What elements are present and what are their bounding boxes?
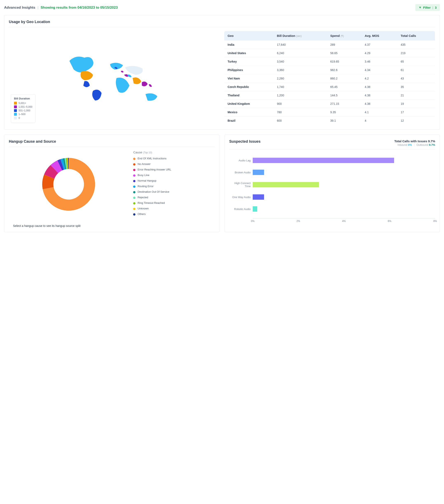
cell-spend: 982.6 — [327, 66, 361, 74]
hangup-legend-item[interactable]: Ring Timeout Reached — [133, 201, 215, 204]
cell-spend: 271.15 — [327, 100, 361, 108]
title-main: Advanced Insights — [4, 6, 35, 9]
cell-mos: 4.38 — [361, 91, 397, 100]
legend-label: 0 — [19, 117, 20, 119]
title-daterange: Showing results from 04/16/2023 to 05/15… — [41, 6, 118, 9]
legend-swatch — [14, 102, 17, 105]
cell-geo: India — [224, 40, 274, 49]
cell-mos: 4.1 — [361, 108, 397, 117]
bar-label: Audio Lag — [230, 159, 253, 162]
geo-col-calls[interactable]: Total Calls — [397, 31, 435, 40]
cell-bill: 3,540 — [273, 57, 327, 66]
legend-label: 501–1,000 — [19, 109, 30, 112]
geo-col-spend[interactable]: Spend (₹) — [327, 31, 361, 40]
issues-barchart[interactable]: Audio LagBroken AudioHigh Connect TimeOn… — [229, 158, 435, 222]
title-separator: | — [38, 6, 38, 9]
cell-mos: 4.38 — [361, 100, 397, 108]
cell-mos: 4.29 — [361, 49, 397, 57]
hangup-donut-chart[interactable] — [41, 157, 97, 212]
hangup-legend-item[interactable]: Normal Hangup — [133, 179, 215, 182]
legend-swatch — [133, 202, 135, 204]
table-row[interactable]: Mexico7809.354.117 — [224, 108, 435, 117]
geo-col-geo[interactable]: Geo — [224, 31, 274, 40]
world-map[interactable]: Bill Duration 5,001+1,001–5,000501–1,000… — [9, 31, 220, 125]
bar-fill — [253, 182, 319, 187]
table-row[interactable]: Czech Republic1,74065.454.3835 — [224, 83, 435, 91]
issues-card-title: Suspected Issues — [229, 139, 261, 145]
bar-track — [253, 182, 435, 187]
legend-label: 1–500 — [19, 113, 25, 116]
table-row[interactable]: Turkey3,540619.653.4665 — [224, 57, 435, 66]
cell-spend: 619.65 — [327, 57, 361, 66]
legend-label: 5,001+ — [19, 102, 26, 105]
legend-label: 1,001–5,000 — [19, 106, 32, 108]
geo-col-bill[interactable]: Bill Duration (sec) — [273, 31, 327, 40]
hangup-legend-item[interactable]: Rejected — [133, 196, 215, 199]
cell-calls: 17 — [397, 108, 435, 117]
map-legend-item[interactable]: 1–500 — [14, 113, 32, 116]
filter-count: 3 — [435, 6, 437, 9]
cell-spend: 289 — [327, 40, 361, 49]
hangup-legend-item[interactable]: Others — [133, 213, 215, 216]
table-row[interactable]: United States6,24058.654.29219 — [224, 49, 435, 57]
cell-geo: Philippines — [224, 66, 274, 74]
issues-card: Suspected Issues Total Calls with Issues… — [225, 135, 440, 232]
hangup-card-title: Hangup Cause and Source — [9, 139, 215, 147]
cell-bill: 17,640 — [273, 40, 327, 49]
cell-geo: United States — [224, 49, 274, 57]
bar-row[interactable]: One Way Audio — [230, 194, 435, 200]
bar-row[interactable]: Audio Lag — [230, 158, 435, 163]
hangup-legend-item[interactable]: Busy Line — [133, 174, 215, 177]
bar-label: High Connect Time — [230, 181, 253, 188]
table-row[interactable]: Viet Nam2,280860.24.243 — [224, 74, 435, 83]
cell-spend: 39.1 — [327, 117, 361, 125]
bar-row[interactable]: Broken Audio — [230, 170, 435, 175]
legend-swatch — [133, 185, 135, 188]
cell-bill: 900 — [273, 100, 327, 108]
map-legend-item[interactable]: 5,001+ — [14, 102, 32, 105]
hangup-legend-item[interactable]: No Answer — [133, 162, 215, 165]
map-legend-item[interactable]: 0 — [14, 117, 32, 119]
map-legend-title: Bill Duration — [14, 97, 32, 100]
hangup-legend-item[interactable]: Routing Error — [133, 185, 215, 188]
bar-track — [253, 194, 435, 200]
legend-label: Destination Out Of Service — [137, 190, 169, 193]
legend-label: Ring Timeout Reached — [137, 201, 165, 204]
filter-icon — [419, 6, 422, 9]
legend-label: Busy Line — [137, 174, 149, 177]
hangup-legend-item[interactable]: Error Reaching Answer URL — [133, 168, 215, 171]
map-legend-item[interactable]: 501–1,000 — [14, 109, 32, 112]
issues-breakdown: Inbound 0% | Outbound 9.7% — [394, 143, 435, 146]
cell-bill: 1,200 — [273, 91, 327, 100]
filter-button[interactable]: Filter | 3 — [415, 4, 440, 11]
hangup-legend: Cause (Top 10) End Of XML InstructionsNo… — [133, 150, 215, 218]
cell-spend: 58.65 — [327, 49, 361, 57]
cell-geo: Turkey — [224, 57, 274, 66]
bar-row[interactable]: High Connect Time — [230, 181, 435, 188]
table-row[interactable]: Brazil60039.1412 — [224, 117, 435, 125]
legend-label: Unknown — [137, 207, 149, 210]
legend-swatch — [133, 169, 135, 171]
hangup-legend-item[interactable]: End Of XML Instructions — [133, 157, 215, 160]
legend-swatch — [133, 191, 135, 193]
table-row[interactable]: India17,6402894.37435 — [224, 40, 435, 49]
table-row[interactable]: Philippines3,360982.64.3461 — [224, 66, 435, 74]
cell-calls: 219 — [397, 49, 435, 57]
geo-table: Geo Bill Duration (sec) Spend (₹) Avg. M… — [224, 31, 435, 125]
x-tick: 6% — [388, 220, 391, 223]
hangup-legend-item[interactable]: Unknown — [133, 207, 215, 210]
world-map-svg — [61, 46, 168, 110]
bar-row[interactable]: Robotic Audio — [230, 206, 435, 212]
table-row[interactable]: United Kingdom900271.154.3819 — [224, 100, 435, 108]
bar-fill — [253, 170, 264, 175]
geo-col-mos[interactable]: Avg. MOS — [361, 31, 397, 40]
map-legend-item[interactable]: 1,001–5,000 — [14, 106, 32, 108]
issues-inbound-pct: 0% — [408, 143, 412, 146]
hangup-legend-item[interactable]: Destination Out Of Service — [133, 190, 215, 193]
cell-bill: 1,740 — [273, 83, 327, 91]
table-row[interactable]: Thailand1,200144.54.3821 — [224, 91, 435, 100]
legend-swatch — [14, 113, 17, 116]
bar-label: Broken Audio — [230, 171, 253, 174]
page-title: Advanced Insights | Showing results from… — [4, 6, 118, 10]
bar-track — [253, 206, 435, 212]
